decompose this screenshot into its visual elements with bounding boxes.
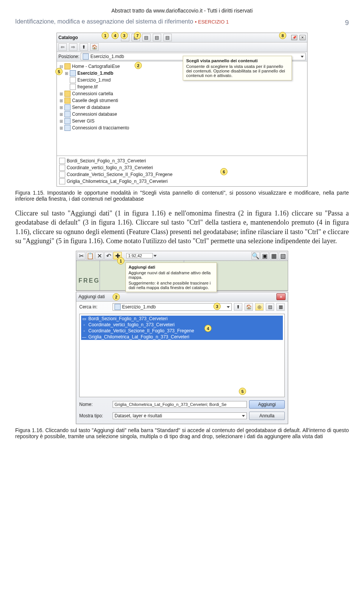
- tree-item[interactable]: ⊞Connessioni cartella: [59, 90, 305, 97]
- details-button[interactable]: ▦: [276, 303, 285, 311]
- home-button[interactable]: 🏠: [90, 43, 99, 51]
- toolbar-button[interactable]: ▤: [163, 34, 172, 41]
- figure-caption-1: Figura 1.15. Impostando le opportune mod…: [15, 190, 349, 202]
- showtype-value: Dataset, layer e risultati: [115, 413, 162, 418]
- list-item[interactable]: ◦Coordinate_vertici_foglio_n_373_Cervete…: [81, 322, 283, 328]
- close-icon[interactable]: ✕: [300, 35, 306, 40]
- panel-title: Catalogo: [58, 35, 78, 40]
- database-icon: [70, 70, 76, 76]
- tool-button[interactable]: ▣: [260, 252, 269, 259]
- point-icon: ◦: [82, 328, 87, 333]
- tool-button[interactable]: 📋: [86, 252, 94, 259]
- gis-server-icon: [64, 118, 71, 124]
- line-icon: [59, 178, 65, 184]
- toolbar-button[interactable]: ▤: [142, 34, 151, 41]
- add-data-screenshot: 1 ✂ 📋 ✕ ↶ ✚ 1:92,42 🔍 ▣ ▦ ▧ FREG Aggiung…: [76, 251, 288, 424]
- toolbox-icon: [64, 97, 71, 104]
- chevron-down-icon[interactable]: [242, 415, 245, 417]
- database-icon: [83, 53, 89, 60]
- tooltip-title: Aggiungi dati: [129, 265, 155, 269]
- close-button[interactable]: ✕: [276, 293, 286, 300]
- tool-button[interactable]: ✕: [95, 252, 104, 259]
- search-value: Esercizio_1.mdb: [122, 304, 156, 310]
- point-icon: [59, 165, 65, 171]
- bubble-2: 2: [135, 62, 142, 69]
- chevron-down-icon[interactable]: [227, 306, 230, 308]
- point-icon: [59, 171, 65, 178]
- dialog-title: Aggiungi dati: [78, 294, 105, 299]
- line-icon: —: [82, 334, 87, 340]
- up-button[interactable]: ⬆: [80, 43, 88, 51]
- bubble-1: 1: [102, 32, 109, 39]
- source-line: Abstract tratto da www.darioflaccovio.it…: [15, 8, 349, 14]
- tooltip-body: Consente di scegliere la vista usata per…: [186, 64, 285, 78]
- up-button[interactable]: ⬆: [234, 303, 242, 311]
- name-label: Nome:: [79, 402, 110, 407]
- bubble-4: 4: [111, 32, 119, 39]
- scale-field[interactable]: 1:92,42: [126, 253, 153, 258]
- raster-icon: [70, 84, 76, 90]
- undo-button[interactable]: ↶: [104, 252, 113, 259]
- polygon-icon: ▭: [82, 316, 87, 321]
- tooltip-line: Aggiunge nuovi dati al dataframe attivo …: [129, 270, 214, 280]
- tree-item[interactable]: ⊞Connessioni database: [59, 111, 305, 118]
- search-label: Cerca in:: [79, 304, 110, 310]
- page-number: 9: [345, 19, 349, 27]
- section-title: Identificazione, modifica e assegnazione…: [15, 18, 193, 25]
- back-button[interactable]: ⇦: [58, 43, 67, 51]
- tracking-icon: [64, 125, 71, 131]
- tool-button[interactable]: ▦: [270, 252, 278, 259]
- content-list[interactable]: 6 Bordi_Sezioni_Foglio_n_373_Cerveteri C…: [57, 156, 307, 186]
- body-paragraph: Cliccare sul tasto "Aggiungi dati" (1 in…: [15, 209, 349, 245]
- add-button[interactable]: Aggiungi: [249, 400, 285, 409]
- chevron-down-icon[interactable]: [301, 56, 304, 58]
- list-item[interactable]: ▭Bordi_Sezioni_Foglio_n_373_Cerveteri: [81, 316, 283, 322]
- bubble-6: 6: [220, 168, 228, 175]
- showtype-dropdown[interactable]: Dataset, layer e risultati: [113, 412, 247, 419]
- tree-item[interactable]: ⊞Caselle degli strumenti: [59, 97, 305, 104]
- tree-item[interactable]: fregene.tif: [59, 83, 305, 90]
- folder-icon: [64, 63, 71, 69]
- position-value: Esercizio_1.mdb: [90, 54, 124, 59]
- tooltip-line: Suggerimento: è anche possibile trascina…: [129, 281, 214, 290]
- pin-icon[interactable]: 📌: [291, 35, 297, 40]
- arcmap-toolbar-area: 1 ✂ 📋 ✕ ↶ ✚ 1:92,42 🔍 ▣ ▦ ▧ FREG Aggiung…: [76, 251, 288, 291]
- tooltip: Aggiungi dati Aggiunge nuovi dati al dat…: [126, 263, 217, 292]
- name-field[interactable]: Griglia_Chilometrica_Lat_Foglio_n_373_Ce…: [113, 401, 247, 408]
- cancel-button[interactable]: Annulla: [249, 412, 285, 420]
- server-icon: [64, 104, 71, 110]
- file-list[interactable]: ▭Bordi_Sezioni_Foglio_n_373_Cerveteri ◦C…: [79, 314, 285, 397]
- position-label: Posizione:: [58, 54, 79, 59]
- figure-caption-2: Figura 1.16. Cliccando sul tasto "Aggiun…: [15, 427, 349, 439]
- list-item[interactable]: ◦Coordinate_Vertici_Sezione_II_Foglio_37…: [81, 328, 283, 334]
- list-item[interactable]: Coordinate_vertici_foglio_n_373_Cerveter…: [59, 164, 305, 171]
- catalog-panel: 1 4 3 7 8 5 2 Catalogo ▾ ▤ ▤ ▤ ▤ 📌 ✕ ⇦ ⇨…: [56, 33, 308, 187]
- list-item[interactable]: —Griglia_Chilometrica_Lat_Foglio_n_373_C…: [81, 334, 283, 340]
- add-data-dialog: 2 3 4 5 Aggiungi dati ✕ Cerca in: Eserci…: [76, 292, 288, 424]
- list-view-button[interactable]: ▤: [266, 303, 274, 311]
- chevron-down-icon[interactable]: [154, 255, 157, 257]
- db-conn-icon: [64, 111, 71, 117]
- home-button[interactable]: 🏠: [245, 303, 253, 311]
- tool-button[interactable]: ✂: [77, 252, 85, 259]
- bubble-8: 8: [279, 32, 286, 39]
- showtype-label: Mostra tipo:: [79, 413, 110, 418]
- tooltip: Scegli vista pannello dei contenuti Cons…: [183, 56, 292, 80]
- list-item[interactable]: Coordinate_Vertici_Sezione_II_Foglio_373…: [59, 171, 305, 178]
- bubble-7: 7: [134, 32, 141, 39]
- bubble-3: 3: [121, 32, 128, 39]
- database-icon: [115, 304, 121, 310]
- list-item[interactable]: Griglia_Chilometrica_Lat_Foglio_n_373_Ce…: [59, 178, 305, 185]
- default-db-button[interactable]: ◎: [255, 303, 264, 311]
- map-label: FREG: [78, 277, 100, 284]
- toolbar-button[interactable]: ▤: [153, 34, 161, 41]
- tool-button[interactable]: 🔍: [251, 252, 260, 259]
- tool-button[interactable]: ▧: [279, 252, 287, 259]
- list-item[interactable]: Bordi_Sezioni_Foglio_n_373_Cerveteri: [59, 157, 305, 164]
- fwd-button[interactable]: ⇨: [69, 43, 77, 51]
- tree-item[interactable]: ⊞Server GIS: [59, 118, 305, 124]
- point-icon: ◦: [82, 322, 87, 327]
- tree-item[interactable]: ⊞Connessioni di tracciamento: [59, 124, 305, 131]
- tree-item[interactable]: ⊞Server di database: [59, 104, 305, 111]
- bubble-5: 5: [55, 68, 63, 75]
